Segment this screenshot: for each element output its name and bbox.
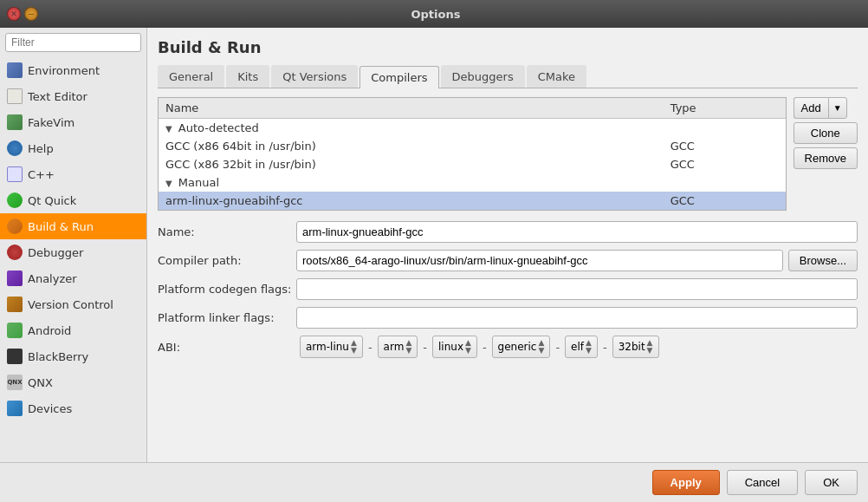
- sidebar-label-buildrun: Build & Run: [28, 220, 94, 233]
- abi-sep-0: -: [368, 341, 372, 354]
- abi-sep-1: -: [423, 341, 427, 354]
- sidebar-item-environment[interactable]: Environment: [0, 57, 146, 83]
- analyzer-icon: [7, 271, 23, 286]
- col-header-name: Name: [159, 98, 664, 119]
- tab-debuggers[interactable]: Debuggers: [441, 65, 525, 88]
- abi-select-32bit[interactable]: 32bit ▲▼: [612, 336, 659, 358]
- abi-sep-4: -: [603, 341, 607, 354]
- blackberry-icon: [7, 349, 23, 364]
- form-section: Name: Compiler path: Browse... Platform …: [158, 221, 858, 365]
- tab-kits[interactable]: Kits: [226, 65, 269, 88]
- apply-button[interactable]: Apply: [652, 470, 720, 495]
- name-input[interactable]: [296, 221, 858, 243]
- group-name-manual: Manual: [178, 176, 219, 189]
- versioncontrol-icon: [7, 297, 23, 312]
- tab-cmake[interactable]: CMake: [527, 65, 586, 88]
- platform-codegen-label: Platform codegen flags:: [158, 283, 296, 296]
- remove-button[interactable]: Remove: [794, 147, 858, 169]
- add-button[interactable]: Add: [794, 97, 828, 119]
- sidebar-item-buildrun[interactable]: Build & Run: [0, 213, 146, 239]
- window-controls: ✕ −: [7, 7, 38, 21]
- title-bar: ✕ − Options: [0, 0, 868, 28]
- cancel-button[interactable]: Cancel: [727, 470, 798, 495]
- table-row[interactable]: ▼ Manual: [159, 173, 786, 192]
- expand-arrow-manual: ▼: [165, 179, 172, 188]
- sidebar-item-android[interactable]: Android: [0, 317, 146, 343]
- abi-arrows-4: ▲▼: [586, 339, 592, 355]
- sidebar-filter-wrap: [5, 33, 141, 52]
- qnx-icon: QNX: [7, 375, 23, 390]
- env-icon: [7, 62, 23, 78]
- tab-general[interactable]: General: [158, 65, 224, 88]
- sidebar-label-qtquick: Qt Quick: [28, 194, 76, 207]
- sidebar: Environment Text Editor FakeVim Help C++: [0, 28, 147, 462]
- platform-linker-row: Platform linker flags:: [158, 307, 858, 329]
- help-icon: [7, 140, 23, 156]
- minimize-button[interactable]: −: [24, 7, 38, 21]
- abi-row: ABI: arm-linu ▲▼ - arm ▲▼ - linux ▲▼: [158, 336, 858, 358]
- sidebar-item-versioncontrol[interactable]: Version Control: [0, 291, 146, 317]
- abi-arrows-3: ▲▼: [538, 339, 544, 355]
- platform-linker-input[interactable]: [296, 307, 858, 329]
- sidebar-item-qtquick[interactable]: Qt Quick: [0, 187, 146, 213]
- table-row[interactable]: ▼ Auto-detected: [159, 119, 786, 138]
- android-icon: [7, 323, 23, 338]
- abi-select-linux[interactable]: linux ▲▼: [432, 336, 477, 358]
- sidebar-item-blackberry[interactable]: BlackBerry: [0, 343, 146, 369]
- sidebar-label-debugger: Debugger: [28, 246, 83, 259]
- abi-value-0: arm-linu: [306, 341, 349, 353]
- cpp-icon: [7, 166, 23, 182]
- add-dropdown-arrow[interactable]: ▼: [828, 97, 847, 119]
- abi-sep-2: -: [483, 341, 487, 354]
- sidebar-item-analyzer[interactable]: Analyzer: [0, 265, 146, 291]
- add-button-wrap: Add ▼: [794, 97, 858, 119]
- main-panel: Build & Run General Kits Qt Versions Com…: [147, 28, 868, 462]
- platform-codegen-row: Platform codegen flags:: [158, 278, 858, 300]
- filter-input[interactable]: [5, 33, 141, 52]
- sidebar-item-help[interactable]: Help: [0, 135, 146, 161]
- abi-value-2: linux: [438, 341, 463, 353]
- compiler-section: Name Type ▼ Auto-detected: [158, 97, 858, 211]
- abi-label: ABI:: [158, 341, 296, 354]
- close-button[interactable]: ✕: [7, 7, 21, 21]
- browse-button[interactable]: Browse...: [788, 250, 858, 271]
- fakevim-icon: [7, 114, 23, 130]
- compiler-table: Name Type ▼ Auto-detected: [159, 98, 786, 210]
- compiler-path-row: Compiler path: Browse...: [158, 250, 858, 271]
- sidebar-item-qnx[interactable]: QNX QNX: [0, 369, 146, 395]
- table-row[interactable]: GCC (x86 64bit in /usr/bin) GCC: [159, 137, 786, 155]
- table-row[interactable]: GCC (x86 32bit in /usr/bin) GCC: [159, 155, 786, 173]
- abi-select-arm[interactable]: arm ▲▼: [378, 336, 418, 358]
- ok-button[interactable]: OK: [805, 470, 858, 495]
- compiler-path-input[interactable]: [296, 250, 783, 271]
- sidebar-label-blackberry: BlackBerry: [28, 350, 88, 363]
- texteditor-icon: [7, 88, 23, 104]
- sidebar-item-texteditor[interactable]: Text Editor: [0, 83, 146, 109]
- sidebar-label-qnx: QNX: [28, 376, 53, 389]
- clone-button[interactable]: Clone: [794, 122, 858, 144]
- table-row-selected[interactable]: arm-linux-gnueabihf-gcc GCC: [159, 192, 786, 210]
- abi-select-generic[interactable]: generic ▲▼: [492, 336, 551, 358]
- abi-select-elf[interactable]: elf ▲▼: [565, 336, 598, 358]
- sidebar-item-fakevim[interactable]: FakeVim: [0, 109, 146, 135]
- expand-arrow: ▼: [165, 124, 172, 134]
- sidebar-label-versioncontrol: Version Control: [28, 298, 113, 311]
- name-label: Name:: [158, 225, 296, 238]
- tab-compilers[interactable]: Compilers: [360, 66, 438, 88]
- tab-qtversions[interactable]: Qt Versions: [271, 65, 358, 88]
- sidebar-item-cpp[interactable]: C++: [0, 161, 146, 187]
- abi-value-4: elf: [571, 341, 584, 353]
- abi-select-armlinux[interactable]: arm-linu ▲▼: [300, 336, 363, 358]
- group-name-autodetected: Auto-detected: [178, 121, 259, 134]
- compiler-path-label: Compiler path:: [158, 254, 296, 267]
- sidebar-item-debugger[interactable]: Debugger: [0, 239, 146, 265]
- sidebar-item-devices[interactable]: Devices: [0, 395, 146, 421]
- sidebar-label-texteditor: Text Editor: [28, 90, 87, 103]
- compiler-buttons: Add ▼ Clone Remove: [794, 97, 858, 211]
- sidebar-list: Environment Text Editor FakeVim Help C++: [0, 57, 146, 462]
- name-row: Name:: [158, 221, 858, 243]
- devices-icon: [7, 401, 23, 416]
- sidebar-label-android: Android: [28, 324, 71, 337]
- platform-codegen-input[interactable]: [296, 278, 858, 300]
- sidebar-label-cpp: C++: [28, 168, 55, 181]
